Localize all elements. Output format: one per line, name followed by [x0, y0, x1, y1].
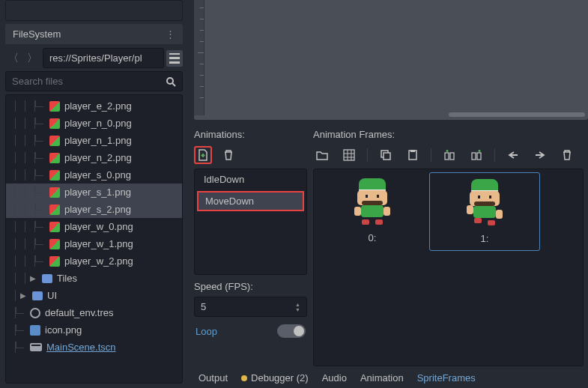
animation-item-editing[interactable]: MoveDown — [197, 191, 304, 211]
tab-audio[interactable]: Audio — [322, 372, 347, 384]
file-item[interactable]: player_w_0.png — [6, 218, 182, 235]
separator — [431, 148, 431, 162]
ruler-vertical — [194, 0, 204, 115]
loop-toggle[interactable] — [277, 324, 306, 338]
file-tree[interactable]: player_e_2.png player_n_0.png player_n_1… — [5, 94, 183, 384]
speed-label: Speed (FPS): — [194, 275, 307, 297]
filesystem-header: FileSystem ⋮ — [5, 24, 183, 44]
folder-icon — [32, 291, 43, 300]
delete-frame-button[interactable] — [558, 146, 576, 164]
search-icon[interactable] — [166, 76, 176, 87]
sprite-file-icon — [49, 118, 60, 129]
svg-rect-14 — [477, 153, 481, 160]
sprite-file-icon — [49, 187, 60, 198]
folder-item[interactable]: ▶ UI — [6, 287, 182, 304]
sprite-preview — [349, 178, 395, 225]
file-item[interactable]: player_s_2.png — [6, 201, 182, 218]
animations-label: Animations: — [194, 126, 307, 146]
insert-after-button[interactable] — [467, 146, 485, 164]
sprite-file-icon — [49, 204, 60, 215]
collapse-icon[interactable]: ▶ — [20, 291, 28, 300]
move-right-button[interactable] — [531, 146, 549, 164]
path-input[interactable]: res://Sprites/Player/pl — [43, 48, 164, 68]
frame-cell[interactable]: 0: — [317, 172, 428, 249]
speed-input[interactable]: 5 ▲▼ — [194, 297, 307, 317]
sprite-file-icon — [49, 136, 60, 146]
file-item[interactable]: player_s_1.png — [6, 184, 182, 201]
paste-button[interactable] — [404, 146, 422, 164]
horizontal-scrollbar[interactable] — [449, 112, 585, 117]
file-item[interactable]: player_w_1.png — [6, 235, 182, 252]
file-item[interactable]: player_w_2.png — [6, 252, 182, 270]
sprite-file-icon — [49, 239, 60, 249]
folder-icon — [42, 274, 52, 283]
viewport[interactable] — [194, 0, 588, 120]
animation-item[interactable]: IdleDown — [195, 169, 306, 190]
add-animation-button[interactable] — [194, 146, 212, 164]
folder-item[interactable]: ▶ Tiles — [6, 270, 182, 287]
delete-animation-button[interactable] — [219, 146, 237, 164]
collapse-icon[interactable]: ▶ — [30, 274, 37, 282]
move-left-button[interactable] — [504, 146, 522, 164]
speed-spinner[interactable]: ▲▼ — [295, 302, 300, 312]
file-item[interactable]: MainScene.tscn — [6, 339, 182, 356]
panel-placeholder — [5, 0, 183, 21]
file-item[interactable]: player_s_0.png — [6, 166, 182, 184]
file-item[interactable]: icon.png — [6, 321, 182, 339]
filesystem-title: FileSystem — [13, 28, 61, 40]
view-mode-button[interactable] — [166, 50, 183, 67]
sprite-file-icon — [49, 170, 60, 181]
search-input[interactable] — [12, 76, 166, 87]
svg-rect-8 — [384, 153, 390, 160]
svg-rect-11 — [445, 153, 449, 160]
file-item[interactable]: default_env.tres — [6, 304, 182, 321]
image-icon — [30, 325, 40, 336]
svg-rect-2 — [344, 150, 354, 160]
copy-button[interactable] — [377, 146, 395, 164]
sprite-preview — [461, 179, 508, 225]
bottom-tabs: Output Debugger (2) Audio Animation Spri… — [194, 366, 588, 388]
tab-animation[interactable]: Animation — [360, 372, 404, 384]
sprite-file-icon — [49, 101, 60, 112]
svg-rect-10 — [410, 150, 415, 152]
load-folder-button[interactable] — [313, 146, 331, 164]
frames-label: Animation Frames: — [313, 126, 584, 146]
tab-debugger[interactable]: Debugger (2) — [241, 372, 309, 384]
separator — [494, 148, 495, 162]
file-item[interactable]: player_n_2.png — [6, 149, 182, 166]
tab-spriteframes[interactable]: SpriteFrames — [417, 372, 476, 384]
load-spritesheet-button[interactable] — [340, 146, 358, 164]
nav-forward-icon[interactable]: 〉 — [24, 50, 40, 67]
svg-rect-13 — [472, 153, 476, 160]
resource-icon — [30, 308, 40, 318]
sprite-file-icon — [49, 256, 60, 267]
frame-cell[interactable]: 1: — [429, 172, 540, 251]
sprite-file-icon — [49, 153, 60, 163]
sprite-file-icon — [49, 222, 60, 232]
frame-label: 0: — [369, 232, 377, 243]
frames-grid[interactable]: 0: 1: — [313, 169, 584, 366]
file-item[interactable]: player_e_2.png — [6, 97, 182, 115]
svg-point-0 — [167, 78, 173, 84]
file-item[interactable]: player_n_1.png — [6, 132, 182, 149]
loop-label: Loop — [196, 326, 217, 337]
warning-dot-icon — [241, 375, 247, 381]
nav-back-icon[interactable]: 〈 — [5, 50, 22, 67]
separator — [367, 148, 368, 162]
svg-rect-12 — [450, 153, 454, 160]
insert-before-button[interactable] — [440, 146, 458, 164]
svg-line-1 — [172, 83, 175, 86]
frame-label: 1: — [481, 233, 489, 244]
animation-list[interactable]: IdleDown MoveDown — [194, 169, 307, 275]
file-item[interactable]: player_n_0.png — [6, 115, 182, 132]
tab-output[interactable]: Output — [198, 372, 228, 384]
scene-icon — [30, 343, 42, 351]
panel-menu-icon[interactable]: ⋮ — [166, 28, 175, 40]
